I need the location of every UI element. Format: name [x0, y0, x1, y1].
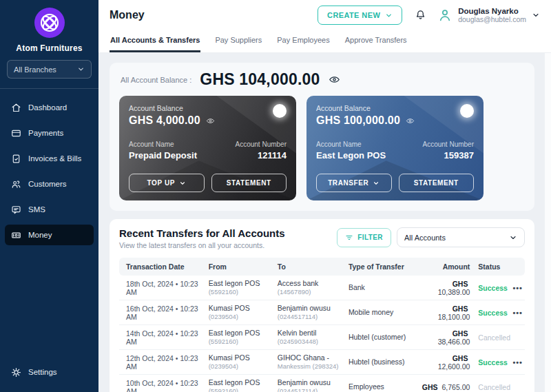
transaction-date: 10th Oct, 2024 • 10:23 AM [119, 375, 205, 392]
transfer-label: TRANSFER [328, 179, 368, 187]
scrollbar[interactable] [544, 53, 551, 392]
create-new-button[interactable]: CREATE NEW [318, 6, 402, 25]
to-account: Benjamin owusu(0244517114) [273, 300, 344, 325]
eye-icon[interactable] [206, 116, 215, 125]
top-up-button[interactable]: TOP UP [129, 174, 205, 192]
sidebar-item-settings[interactable]: Settings [5, 362, 94, 382]
account-card-prepaid-deposit: Account Balance GHS 4,000.00 [119, 96, 296, 200]
status-badge: Cancelled [474, 375, 508, 392]
sidebar-item-label: Dashboard [28, 103, 67, 112]
sidebar-item-sms[interactable]: SMS [5, 199, 94, 220]
chevron-down-icon [77, 65, 85, 73]
branch-selector[interactable]: All Branches [7, 60, 92, 79]
tab-pay-employees[interactable]: Pay Employees [276, 32, 330, 52]
transfer-type: Mobile money [344, 300, 417, 325]
brand-name: Atom Furnitures [0, 43, 98, 53]
status-badge: Cancelled [474, 325, 508, 350]
from-account: East legon POS(5592160) [205, 276, 273, 300]
from-account: Kumasi POS(0239504) [205, 300, 273, 325]
tab-bar: All Accounts & TransfersPay SuppliersPay… [98, 28, 551, 53]
sidebar-item-label: Invoices & Bills [28, 154, 81, 163]
to-account: GIHOC Ghana -Mankessim (298324) [273, 350, 344, 375]
account-balance-amount: GHS 100,000.00 [316, 114, 400, 127]
transfers-title: Recent Transfers for All Accounts [119, 227, 285, 239]
chevron-down-icon [385, 12, 393, 19]
table-row: 10th Oct, 2024 • 10:23 AMEast legon POS(… [119, 375, 525, 392]
filter-button[interactable]: FILTER [337, 228, 391, 247]
sidebar-item-invoices-bills[interactable]: Invoices & Bills [5, 148, 94, 169]
status-badge: Success [474, 276, 508, 300]
column-header-transaction-date: Transaction Date [119, 258, 205, 276]
statement-label: STATEMENT [227, 179, 271, 187]
transfer-type: Employees [344, 375, 417, 392]
column-header-from: From [205, 258, 273, 276]
sidebar-item-customers[interactable]: Customers [5, 174, 94, 194]
money-icon [11, 230, 21, 240]
column-header-status: Status [474, 258, 508, 276]
account-number-value: 121114 [236, 150, 287, 161]
table-row: 14th Oct, 2024 • 10:23 AMEast legon POS(… [119, 325, 525, 350]
from-account: East legon POS(5592160) [205, 375, 273, 392]
home-icon [11, 103, 21, 113]
sidebar: Atom Furnitures All Branches DashboardPa… [0, 0, 98, 392]
avatar [437, 8, 453, 23]
statement-button[interactable]: STATEMENT [399, 174, 475, 192]
tab-pay-suppliers[interactable]: Pay Suppliers [214, 32, 262, 52]
transaction-date: 16th Oct, 2024 • 10:23 AM [119, 300, 205, 325]
column-header-type-of-transfer: Type of Transfer [344, 258, 417, 276]
user-menu[interactable]: Douglas Nyarko douglas@hubtel.com [437, 7, 540, 23]
sms-icon [11, 205, 21, 215]
sidebar-item-label: Payments [28, 129, 63, 137]
transfer-type: Hubtel (customer) [344, 325, 417, 350]
transfer-button[interactable]: TRANSFER [316, 174, 392, 192]
account-filter-select[interactable]: All Accounts [397, 227, 525, 247]
statement-button[interactable]: STATEMENT [211, 174, 287, 192]
tab-approve-transfers[interactable]: Approve Transfers [344, 32, 408, 52]
chevron-down-icon [532, 11, 540, 19]
sidebar-nav: DashboardPaymentsInvoices & BillsCustome… [0, 89, 98, 245]
row-menu-icon[interactable]: ••• [508, 350, 525, 375]
account-name-value: East Legon POS [316, 150, 386, 161]
eye-icon[interactable] [329, 74, 340, 85]
transaction-date: 18th Oct, 2024 • 10:23 AM [119, 276, 205, 300]
atom-logo-icon [34, 7, 65, 39]
notifications-bell-icon[interactable] [415, 9, 426, 21]
row-menu-icon[interactable]: ••• [508, 300, 525, 325]
user-email: douglas@hubtel.com [458, 15, 526, 23]
invoice-icon [11, 154, 21, 164]
account-balance-label: Account Balance [129, 104, 215, 112]
gear-icon [11, 367, 21, 378]
sidebar-item-label: Customers [28, 180, 67, 188]
table-row: 16th Oct, 2024 • 10:23 AMKumasi POS(0239… [119, 300, 525, 325]
create-new-label: CREATE NEW [327, 11, 380, 19]
row-menu-icon[interactable]: ••• [508, 276, 525, 300]
to-account: Benjamin owusu(0244517114) [273, 375, 344, 392]
amount: GHS 18,100.00 [417, 300, 474, 325]
status-badge: Success [474, 300, 508, 325]
account-balance-amount: GHS 4,000.00 [129, 114, 200, 127]
sidebar-item-money[interactable]: Money [5, 225, 94, 245]
amount: GHS 10,389.00 [417, 276, 474, 300]
to-account: Kelvin bentil(0245903448) [273, 325, 344, 350]
from-account: Kumasi POS(0239504) [205, 350, 273, 375]
transfer-type: Hubtel (business) [344, 350, 417, 375]
filter-label: FILTER [357, 234, 383, 241]
tab-all-accounts-transfers[interactable]: All Accounts & Transfers [110, 32, 200, 52]
transaction-date: 14th Oct, 2024 • 10:23 AM [119, 325, 205, 350]
sidebar-item-dashboard[interactable]: Dashboard [5, 97, 94, 118]
eye-icon[interactable] [406, 116, 415, 125]
account-name-value: Prepaid Deposit [129, 150, 197, 161]
account-balance-label: Account Balance [316, 104, 415, 112]
card-toggle[interactable] [460, 104, 474, 118]
payments-icon [11, 128, 21, 138]
account-name-label: Account Name [316, 141, 386, 148]
chevron-down-icon [179, 180, 186, 187]
to-account: Access bank(14567890) [273, 276, 344, 300]
card-toggle[interactable] [273, 104, 287, 118]
amount: GHS 6,765.00 [417, 375, 474, 392]
account-number-value: 159387 [423, 150, 474, 161]
sidebar-item-payments[interactable]: Payments [5, 123, 94, 143]
page-title: Money [110, 9, 318, 21]
sidebar-item-label: SMS [28, 205, 45, 214]
account-number-label: Account Number [236, 141, 287, 148]
